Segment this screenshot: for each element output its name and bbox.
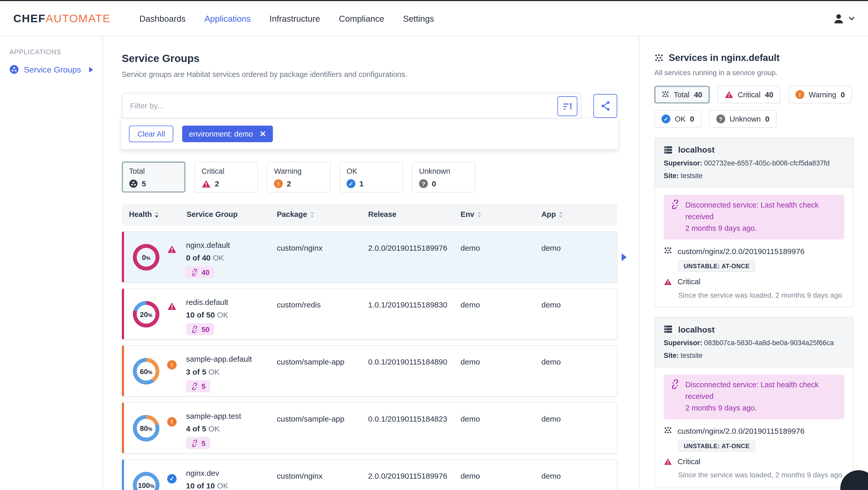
nav-item-applications[interactable]: Applications (204, 14, 251, 24)
main-content: Service Groups Service groups are Habita… (103, 37, 639, 490)
disconnected-icon (671, 379, 680, 414)
nav-item-settings[interactable]: Settings (403, 14, 434, 24)
sidebar-item-service-groups[interactable]: Service Groups (9, 65, 93, 74)
nav-item-dashboards[interactable]: Dashboards (139, 14, 185, 24)
filter-input[interactable] (122, 94, 581, 118)
filter-chip-environment-demo[interactable]: environment: demo ✕ (182, 126, 273, 142)
table-header: Health Service Group Package Release Env (122, 204, 617, 226)
sort-icon[interactable] (559, 211, 563, 218)
service-group-list: 0% nginx.default 0 of 40 OK 40 custom/ng… (122, 231, 617, 490)
nav-menu: Dashboards Applications Infrastructure C… (139, 14, 434, 24)
column-header-app[interactable]: App (541, 210, 563, 219)
column-header-package[interactable]: Package (277, 210, 314, 219)
unknown-icon: ? (419, 179, 428, 188)
pill-critical[interactable]: Critical 40 (717, 86, 780, 103)
nav-item-infrastructure[interactable]: Infrastructure (270, 14, 320, 24)
table-row-redis-default[interactable]: 20% redis.default 10 of 50 OK 50 custom/… (122, 288, 617, 339)
service-group-name: sample-app.default (186, 355, 252, 363)
cell-release: 2.0.0/20190115189976 (368, 243, 447, 252)
warning-icon: ! (167, 416, 177, 426)
ok-count: 4 of 5 OK (186, 424, 241, 433)
applied-filters-panel: Clear All environment: demo ✕ (121, 119, 618, 150)
disconnected-count-badge: 5 (186, 380, 211, 392)
status-card-count: 0 (432, 179, 436, 188)
service-total-icon (664, 247, 672, 255)
cell-env: demo (461, 471, 480, 480)
content-shell: APPLICATIONS Service Groups Service Grou… (0, 37, 868, 490)
sort-icon[interactable] (477, 211, 482, 218)
service-status: Critical (664, 457, 844, 465)
status-card-count: 2 (215, 179, 219, 188)
table-row-nginx-dev[interactable]: 100% ✓ nginx.dev 10 of 10 OK 10 custom/n… (122, 459, 617, 490)
service-card-body: Disconnected service: Last health check … (655, 367, 853, 486)
cell-release: 0.0.1/20190115184823 (368, 414, 447, 423)
table-row-sample-app-test[interactable]: 80% ! sample-app.test 4 of 5 OK 5 custom… (122, 402, 617, 454)
clear-all-button[interactable]: Clear All (129, 126, 173, 142)
disconnected-icon (191, 326, 198, 333)
host-name: localhost (678, 325, 715, 334)
brand-logo[interactable]: CHEFAUTOMATE (13, 12, 111, 25)
service-card-body: Disconnected service: Last health check … (655, 188, 853, 307)
ok-count: 3 of 5 OK (186, 367, 252, 376)
service-card-header: localhost Supervisor: 083b07ca-5830-4a8d… (655, 317, 853, 367)
status-card-ok[interactable]: OK ✓ 1 (339, 162, 403, 193)
chip-close-icon[interactable]: ✕ (259, 129, 266, 138)
share-button[interactable] (593, 94, 617, 118)
cell-env: demo (461, 414, 480, 423)
since-text: Since the service was loaded, 2 months 9… (678, 471, 844, 479)
pill-ok[interactable]: ✓ OK 0 (654, 110, 702, 128)
disconnected-icon (191, 383, 198, 390)
cell-app: demo (541, 243, 561, 252)
status-card-unknown[interactable]: Unknown ? 0 (412, 162, 475, 193)
pill-total[interactable]: Total 40 (654, 86, 709, 103)
ok-icon: ✓ (661, 115, 671, 123)
cell-env: demo (461, 357, 480, 366)
filter-count-button[interactable] (557, 96, 578, 116)
cell-app: demo (541, 471, 561, 480)
sort-icon[interactable] (154, 211, 159, 218)
warning-icon: ! (796, 90, 804, 99)
nav-item-compliance[interactable]: Compliance (339, 14, 384, 24)
column-header-health[interactable]: Health (129, 210, 159, 219)
services-detail-panel: Services in nginx.default All services r… (639, 37, 868, 490)
supervisor-line: Supervisor: 083b07ca-5830-4a8d-be0a-9034… (664, 339, 844, 347)
cell-package: custom/redis (277, 300, 320, 309)
since-text: Since the service was loaded, 2 months 9… (678, 291, 844, 299)
service-card: localhost Supervisor: 083b07ca-5830-4a8d… (654, 317, 854, 487)
critical-icon (724, 91, 733, 98)
pill-warning[interactable]: ! Warning 0 (788, 86, 852, 103)
page-subtitle: Service groups are Habitat services orde… (122, 70, 639, 78)
user-icon (833, 12, 845, 25)
update-strategy-badge: UNSTABLE: AT-ONCE (678, 260, 755, 271)
service-group-name: redis.default (186, 298, 228, 306)
disconnected-count-badge: 5 (186, 437, 211, 449)
table-row-sample-app-default[interactable]: 60% ! sample-app.default 3 of 5 OK 5 cus… (122, 345, 617, 396)
service-status: Critical (664, 277, 844, 286)
status-card-warning[interactable]: Warning ! 2 (267, 162, 331, 193)
sidebar-section-title: APPLICATIONS (9, 48, 93, 56)
column-header-release[interactable]: Release (368, 210, 396, 219)
service-card-header: localhost Supervisor: 002732ee-6557-405c… (655, 138, 853, 188)
service-total-icon (129, 179, 138, 188)
nav-user-menu[interactable] (833, 12, 855, 25)
status-card-critical[interactable]: Critical 2 (194, 162, 258, 193)
pill-unknown[interactable]: ? Unknown 0 (709, 110, 777, 128)
cell-app: demo (541, 414, 561, 423)
ok-icon: ✓ (346, 179, 355, 188)
status-card-count: 2 (287, 179, 291, 188)
filter-row (122, 93, 617, 119)
service-group-name: nginx.default (186, 240, 230, 250)
disconnected-icon (671, 200, 680, 234)
server-icon (664, 326, 673, 333)
column-header-env[interactable]: Env (461, 210, 482, 219)
status-card-total[interactable]: Total 5 (122, 162, 185, 193)
health-donut: 20% (133, 301, 159, 328)
column-header-service-group[interactable]: Service Group (187, 210, 238, 219)
disconnected-icon (191, 268, 198, 276)
cell-package: custom/sample-app (277, 414, 344, 423)
ok-count: 10 of 50 OK (186, 310, 228, 319)
selected-row-arrow-icon (622, 253, 626, 261)
sort-icon[interactable] (310, 211, 314, 218)
status-card-count: 5 (142, 179, 146, 188)
table-row-nginx-default[interactable]: 0% nginx.default 0 of 40 OK 40 custom/ng… (122, 231, 617, 283)
